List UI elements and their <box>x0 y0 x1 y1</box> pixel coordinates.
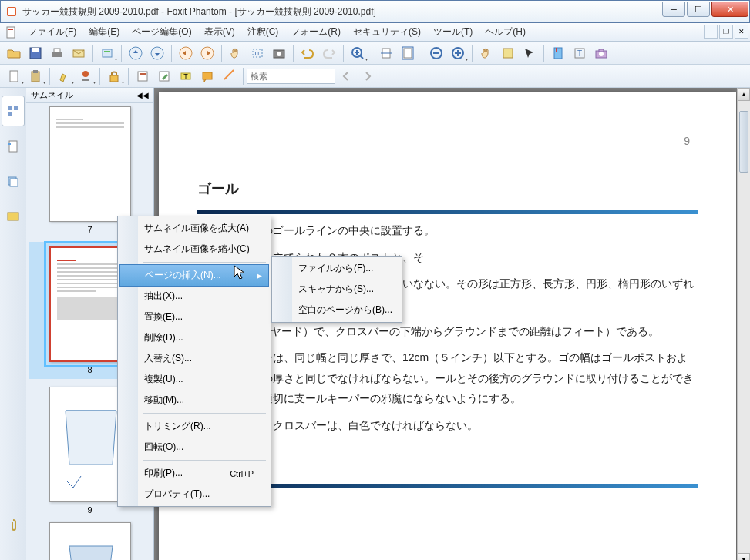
ctx-trimming[interactable]: トリミング(R)... <box>119 416 269 437</box>
ctx-from-scanner[interactable]: スキャナから(S)... <box>274 279 400 300</box>
ctx-replace[interactable]: 置換(E)... <box>119 307 269 327</box>
tab-comments[interactable] <box>2 202 25 233</box>
ctx-shrink-thumb[interactable]: サムネイル画像を縮小(C) <box>119 239 269 260</box>
text-box-button[interactable]: T <box>176 66 196 86</box>
svg-rect-40 <box>138 72 147 81</box>
select-tool-button[interactable]: IT <box>247 43 267 63</box>
ctx-enlarge-thumb[interactable]: サムネイル画像を拡大(A) <box>119 218 269 239</box>
menu-page-edit[interactable]: ページ編集(O) <box>126 22 197 42</box>
new-doc-button[interactable]: ▾ <box>4 66 24 86</box>
vertical-scrollbar[interactable]: ▲ ▼ <box>737 88 750 560</box>
search-prev-button[interactable] <box>336 66 356 86</box>
ctx-extract[interactable]: 抽出(X)... <box>119 286 269 307</box>
body-text: トとクロスバーは、同じ幅と同じ厚さで、12cm（５インチ）以下とする。ゴの幅はゴ… <box>197 347 698 409</box>
zoom-in-button[interactable]: ▾ <box>348 43 368 63</box>
menu-form[interactable]: フォーム(R) <box>284 22 347 42</box>
svg-text:T: T <box>183 72 188 80</box>
open-button[interactable] <box>4 43 24 63</box>
nav-back-button[interactable] <box>176 43 196 63</box>
ctx-from-blank[interactable]: 空白のページから(B)... <box>274 300 400 320</box>
ctx-properties[interactable]: プロパティ(T)... <box>119 484 269 505</box>
svg-rect-39 <box>110 75 118 82</box>
content-area: サムネイル ◀◀ 7 8 9 <box>0 88 750 560</box>
lock-button[interactable]: ▾ <box>104 66 124 86</box>
search-next-button[interactable] <box>358 66 378 86</box>
window-controls: ─ ☐ ✕ <box>661 2 748 17</box>
email-button[interactable] <box>69 43 89 63</box>
edit-button[interactable] <box>154 66 174 86</box>
ctx-swap[interactable]: 入替え(S)... <box>119 348 269 369</box>
stamp-button[interactable]: ▾ <box>76 66 96 86</box>
ctx-insert-page[interactable]: ページの挿入(N)...▶ <box>119 264 269 287</box>
submenu-arrow-icon: ▶ <box>257 272 262 280</box>
collapse-icon[interactable]: ◀◀ <box>136 91 149 99</box>
menu-help[interactable]: ヘルプ(H) <box>479 22 532 42</box>
tab-bookmarks[interactable] <box>2 131 25 162</box>
svg-rect-1 <box>8 8 15 15</box>
hilight-button[interactable]: ▾ <box>54 66 74 86</box>
bookmark-button[interactable] <box>548 43 568 63</box>
menu-annotation[interactable]: 注釈(C) <box>241 22 285 42</box>
redo-button[interactable] <box>319 43 339 63</box>
ctx-rotate[interactable]: 回転(O)... <box>119 437 269 458</box>
nav-forward-button[interactable] <box>197 43 217 63</box>
text-tool-button[interactable]: T <box>570 43 590 63</box>
svg-rect-11 <box>104 51 110 52</box>
zoom-out-btn[interactable] <box>426 43 446 63</box>
hand-tool-button[interactable] <box>226 43 246 63</box>
nav-up-button[interactable] <box>126 43 146 63</box>
mdi-restore[interactable]: ❐ <box>719 25 733 39</box>
tab-attachments[interactable] <box>2 510 25 541</box>
scroll-thumb[interactable] <box>739 111 748 173</box>
ctx-from-file[interactable]: ファイルから(F)... <box>274 258 400 279</box>
ctx-print[interactable]: 印刷(P)...Ctrl+P <box>119 463 269 484</box>
arrow-tool-button[interactable] <box>520 43 540 63</box>
print-button[interactable] <box>47 43 67 63</box>
link-button[interactable] <box>219 66 239 86</box>
mdi-close[interactable]: ✕ <box>735 25 748 39</box>
close-button[interactable]: ✕ <box>711 2 748 17</box>
note-button[interactable] <box>197 66 217 86</box>
sidebar-tabs <box>0 88 26 560</box>
menu-security[interactable]: セキュリティ(S) <box>347 22 427 42</box>
camera-button[interactable] <box>591 43 611 63</box>
body-text: 基、それぞれのゴールラインの中央に設置する。 <box>197 220 698 241</box>
svg-text:T: T <box>577 49 582 58</box>
minimize-button[interactable]: ─ <box>662 2 685 17</box>
context-menu: サムネイル画像を拡大(A) サムネイル画像を縮小(C) ページの挿入(N)...… <box>117 216 271 507</box>
measure-button[interactable] <box>498 43 518 63</box>
save-button[interactable] <box>25 43 45 63</box>
svg-rect-52 <box>10 179 18 186</box>
zoom-in-btn[interactable]: ▾ <box>448 43 468 63</box>
pan-tool-button[interactable] <box>476 43 496 63</box>
clipboard-button[interactable]: ▾ <box>25 66 45 86</box>
scroll-down-button[interactable]: ▼ <box>738 553 750 560</box>
scan-button[interactable]: ▾ <box>97 43 117 63</box>
svg-rect-3 <box>8 29 13 30</box>
svg-rect-48 <box>8 112 12 116</box>
ctx-move[interactable]: 移動(M)... <box>119 390 269 411</box>
cursor-icon <box>234 265 246 280</box>
ctx-duplicate[interactable]: 複製(U)... <box>119 369 269 390</box>
menu-edit[interactable]: 編集(E) <box>82 22 126 42</box>
toolbar-main: ▾ IT ▾ ▾ T <box>0 42 750 65</box>
ctx-delete[interactable]: 削除(D)... <box>119 327 269 348</box>
app-icon <box>5 5 18 18</box>
fit-page-button[interactable] <box>398 43 418 63</box>
undo-button[interactable] <box>298 43 318 63</box>
form-button[interactable] <box>133 66 153 86</box>
thumbnail-10[interactable] <box>32 522 147 560</box>
tab-layers[interactable] <box>2 166 25 197</box>
maximize-button[interactable]: ☐ <box>687 2 710 17</box>
mdi-minimize[interactable]: ─ <box>704 25 718 39</box>
fit-width-button[interactable] <box>376 43 396 63</box>
svg-text:IT: IT <box>254 50 260 57</box>
menu-tools[interactable]: ツール(T) <box>427 22 479 42</box>
tab-thumbnails[interactable] <box>2 96 25 126</box>
snapshot-button[interactable] <box>269 43 289 63</box>
menu-file[interactable]: ファイル(F) <box>22 22 82 42</box>
nav-down-button[interactable] <box>147 43 167 63</box>
menu-view[interactable]: 表示(V) <box>198 22 241 42</box>
search-input[interactable] <box>247 69 335 84</box>
scroll-up-button[interactable]: ▲ <box>738 88 750 101</box>
